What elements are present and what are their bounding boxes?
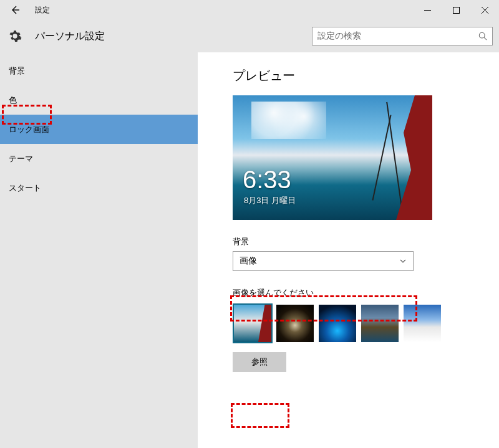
sidebar-item-themes[interactable]: テーマ bbox=[0, 144, 198, 173]
image-thumbnails bbox=[233, 303, 474, 343]
choose-image-label: 画像を選んでください bbox=[233, 287, 474, 298]
sidebar-item-label: テーマ bbox=[9, 153, 33, 164]
settings-icon bbox=[6, 27, 24, 45]
preview-time: 6:33 bbox=[243, 166, 291, 194]
maximize-button[interactable] bbox=[442, 0, 470, 20]
thumbnail-4[interactable] bbox=[360, 303, 400, 343]
minimize-button[interactable] bbox=[413, 0, 442, 20]
browse-button[interactable]: 参照 bbox=[233, 352, 286, 372]
preview-date: 8月3日 月曜日 bbox=[244, 195, 296, 206]
window-buttons bbox=[413, 0, 499, 20]
sidebar-item-label: 背景 bbox=[9, 65, 25, 77]
sidebar-item-start[interactable]: スタート bbox=[0, 173, 198, 203]
svg-point-4 bbox=[479, 32, 485, 38]
thumbnail-image bbox=[276, 305, 314, 342]
thumbnail-image bbox=[361, 305, 399, 342]
window-title: 設定 bbox=[35, 5, 50, 16]
header: パーソナル設定 設定の検索 bbox=[0, 20, 499, 52]
background-label: 背景 bbox=[233, 236, 474, 247]
search-placeholder: 設定の検索 bbox=[317, 31, 478, 42]
thumbnail-1[interactable] bbox=[233, 303, 273, 343]
gear-icon bbox=[8, 29, 22, 43]
maximize-icon bbox=[453, 7, 460, 14]
background-dropdown[interactable]: 画像 bbox=[233, 251, 414, 271]
preview-cloud bbox=[251, 102, 326, 139]
sidebar-item-background[interactable]: 背景 bbox=[0, 56, 198, 85]
sidebar-item-label: ロック画面 bbox=[9, 124, 49, 135]
preview-heading: プレビュー bbox=[233, 67, 474, 84]
sidebar-item-colors[interactable]: 色 bbox=[0, 85, 198, 115]
thumbnail-2[interactable] bbox=[275, 303, 315, 343]
search-icon bbox=[478, 32, 487, 41]
sidebar-item-label: 色 bbox=[9, 95, 17, 106]
titlebar: 設定 bbox=[0, 0, 499, 20]
svg-rect-1 bbox=[453, 7, 459, 13]
thumbnail-image bbox=[404, 305, 441, 342]
thumbnail-image bbox=[234, 305, 271, 342]
page-title: パーソナル設定 bbox=[35, 30, 105, 43]
close-button[interactable] bbox=[470, 0, 499, 20]
sidebar-item-label: スタート bbox=[9, 183, 41, 194]
dropdown-value: 画像 bbox=[240, 255, 257, 267]
lockscreen-preview: 6:33 8月3日 月曜日 bbox=[233, 95, 432, 220]
body: 背景 色 ロック画面 テーマ スタート プレビュー 6:33 8月3日 月曜日 … bbox=[0, 52, 499, 448]
svg-line-5 bbox=[484, 37, 487, 40]
arrow-left-icon bbox=[10, 5, 20, 15]
minimize-icon bbox=[424, 7, 431, 14]
thumbnail-3[interactable] bbox=[317, 303, 357, 343]
back-button[interactable] bbox=[6, 1, 24, 19]
content: プレビュー 6:33 8月3日 月曜日 背景 画像 画像を選んでください 参照 bbox=[198, 52, 499, 448]
chevron-down-icon bbox=[399, 257, 407, 265]
search-input[interactable]: 設定の検索 bbox=[312, 27, 493, 45]
thumbnail-image bbox=[319, 305, 356, 342]
sidebar: 背景 色 ロック画面 テーマ スタート bbox=[0, 52, 198, 448]
close-icon bbox=[482, 7, 488, 14]
thumbnail-5[interactable] bbox=[402, 303, 442, 343]
sidebar-item-lockscreen[interactable]: ロック画面 bbox=[0, 115, 198, 144]
